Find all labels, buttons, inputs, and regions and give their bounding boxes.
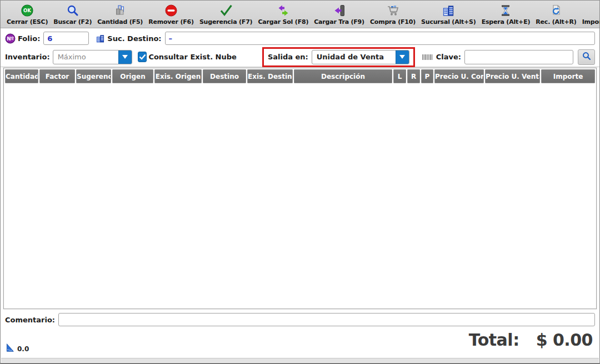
remove-icon [164, 3, 178, 18]
toolbar-button-sucursal[interactable]: Sucursal (Alt+S) [418, 2, 479, 27]
salida-en-select-value: Unidad de Venta [312, 53, 396, 61]
column-header-r[interactable]: R [407, 69, 420, 83]
barcode-icon [422, 53, 434, 61]
toolbar-button-cargar-tra[interactable]: Cargar Tra (F9) [311, 2, 367, 27]
quantity-boxes-icon [113, 3, 127, 18]
check-icon [219, 3, 233, 18]
column-header-l[interactable]: L [393, 69, 406, 83]
clave-search-button[interactable] [578, 49, 595, 65]
items-table: Cantidad Factor Sugerencia Origen Exis. … [3, 68, 597, 309]
toolbar-button-label: Importar (Alt+I) [582, 18, 600, 26]
toolbar: OK Cerrar (ESC) Buscar (F2) Cantidad (F5… [1, 1, 599, 28]
column-header-descripcion[interactable]: Descripción [294, 69, 392, 83]
toolbar-button-compra[interactable]: Compra (F10) [367, 2, 418, 27]
status-strip [1, 358, 599, 362]
toolbar-button-remover[interactable]: Remover (F6) [146, 2, 197, 27]
inventario-select-value: Máximo [53, 53, 118, 61]
weight-indicator: 0.0 [5, 343, 29, 355]
toolbar-button-cantidad[interactable]: Cantidad (F5) [94, 2, 146, 27]
numero-circle-icon: Nº [5, 33, 16, 44]
search-icon [582, 51, 592, 63]
consultar-label: Consultar Exist. Nube [148, 53, 237, 61]
svg-text:OK: OK [23, 8, 31, 13]
column-header-exis-destino[interactable]: Exis. Destino [247, 69, 293, 83]
toolbar-button-cargar-sol[interactable]: Cargar Sol (F8) [255, 2, 311, 27]
cart-icon [386, 3, 400, 18]
folio-row: Nº Folio: Suc. Destino: [1, 29, 599, 47]
door-arrow-icon [332, 3, 347, 18]
column-header-precio-u-venta[interactable]: Precio U. Venta [485, 69, 540, 83]
column-header-sugerencia[interactable]: Sugerencia [76, 69, 111, 83]
clave-input[interactable] [464, 50, 573, 64]
hourglass-icon [498, 3, 513, 18]
column-header-cantidad[interactable]: Cantidad [5, 69, 38, 83]
folio-input[interactable] [43, 32, 89, 45]
salida-en-select[interactable]: Unidad de Venta [312, 50, 409, 64]
chevron-down-icon [396, 50, 409, 64]
ruler-triangle-icon [5, 343, 14, 355]
toolbar-button-label: Buscar (F2) [53, 18, 92, 26]
toolbar-button-label: Sugerencia (F7) [199, 18, 253, 26]
toolbar-button-rec[interactable]: Rec. (Alt+R) [533, 2, 579, 27]
chevron-down-icon [118, 50, 132, 64]
toolbar-button-label: Cargar Sol (F8) [258, 18, 308, 26]
toolbar-button-cerrar[interactable]: OK Cerrar (ESC) [4, 2, 51, 27]
suc-destino-input[interactable] [165, 32, 595, 45]
column-header-importe[interactable]: Importe [541, 69, 595, 83]
total-label: Total: [469, 330, 519, 350]
toolbar-button-buscar[interactable]: Buscar (F2) [51, 2, 94, 27]
salida-en-label: Salida en: [268, 53, 308, 61]
total-area: Total: $ 0.00 [469, 330, 593, 350]
column-header-factor[interactable]: Factor [39, 69, 75, 83]
toolbar-button-label: Cantidad (F5) [97, 18, 143, 26]
toolbar-button-label: Sucursal (Alt+S) [421, 18, 476, 26]
column-header-p[interactable]: P [421, 69, 433, 83]
svg-text:Nº: Nº [7, 36, 14, 41]
inventario-select[interactable]: Máximo [53, 50, 132, 64]
total-value: $ 0.00 [536, 330, 593, 350]
weight-value: 0.0 [17, 345, 29, 353]
toolbar-button-label: Cerrar (ESC) [7, 18, 48, 26]
filter-row: Inventario: Máximo Consultar Exist. Nube… [1, 47, 599, 67]
footer: 0.0 Total: $ 0.00 [5, 329, 594, 358]
suc-destino-label: Suc. Destino: [107, 34, 161, 43]
toolbar-button-label: Compra (F10) [370, 18, 416, 26]
table-body-empty [4, 84, 596, 309]
search-icon [66, 3, 80, 18]
salida-en-highlight-group: Salida en: Unidad de Venta [262, 47, 415, 67]
toolbar-button-label: Remover (F6) [148, 18, 194, 26]
toolbar-button-label: Espera (Alt+E) [482, 18, 531, 26]
inventario-label: Inventario: [5, 53, 50, 61]
column-header-exis-origen[interactable]: Exis. Origen [154, 69, 202, 83]
app-window: OK Cerrar (ESC) Buscar (F2) Cantidad (F5… [0, 0, 600, 364]
column-header-origen[interactable]: Origen [112, 69, 153, 83]
toolbar-button-sugerencia[interactable]: Sugerencia (F7) [197, 2, 256, 27]
transfer-arrows-icon [276, 3, 291, 18]
folio-label: Folio: [18, 34, 40, 43]
table-header-row: Cantidad Factor Sugerencia Origen Exis. … [4, 68, 596, 84]
consultar-checkbox[interactable] [138, 52, 147, 62]
buildings-icon [441, 3, 456, 18]
clave-label: Clave: [436, 53, 461, 61]
building-small-icon [96, 34, 105, 43]
toolbar-button-espera[interactable]: Espera (Alt+E) [479, 2, 533, 27]
comment-row: Comentario: [1, 311, 599, 328]
toolbar-button-label: Cargar Tra (F9) [314, 18, 364, 26]
comentario-label: Comentario: [5, 316, 55, 324]
ok-icon: OK [20, 3, 34, 18]
recover-icon [549, 3, 563, 18]
toolbar-button-label: Rec. (Alt+R) [536, 18, 576, 26]
toolbar-button-importar[interactable]: X Importar (Alt+I) [579, 2, 600, 27]
column-header-destino[interactable]: Destino [203, 69, 246, 83]
comentario-input[interactable] [58, 313, 595, 326]
column-header-precio-u-comp[interactable]: Precio U. Comp. [434, 69, 484, 83]
